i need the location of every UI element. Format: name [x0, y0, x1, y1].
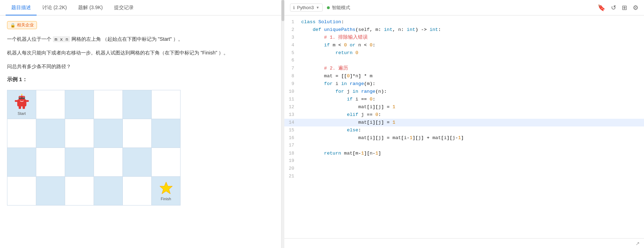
grid-cell-2-2 — [65, 148, 94, 176]
grid-cell-2-4 — [123, 148, 152, 176]
toolbar-right: 🔖 ↺ ⊞ ⚙ — [598, 4, 638, 12]
grid-cell-2-0 — [7, 148, 36, 176]
code-line-3: 3 # 1. 排除输入错误 — [284, 34, 644, 41]
code-line-14: 14 mat[i][j] = 1 — [284, 119, 644, 126]
robot-icon — [13, 93, 31, 111]
grid-cell-0-3 — [94, 90, 123, 119]
svg-rect-10 — [23, 106, 25, 109]
svg-rect-7 — [22, 97, 25, 99]
grid-cell-1-3 — [94, 119, 123, 148]
problem-p3: 问总共有多少条不同的路径？ — [7, 62, 274, 71]
grid-cell-1-4 — [123, 119, 152, 148]
code-line-18: 18 return mat[m-1][n-1] — [284, 150, 644, 157]
company-tag[interactable]: 🔒 相关企业 — [7, 21, 37, 29]
language-label: Python3 — [297, 5, 314, 10]
grid-cell-0-4 — [123, 90, 152, 119]
refresh-icon[interactable]: ↺ — [611, 4, 616, 12]
grid-cell-1-0 — [7, 119, 36, 148]
svg-marker-15 — [160, 182, 172, 194]
code-editor[interactable]: 1 class Solution: 2 def uniquePaths(self… — [284, 15, 644, 238]
grid-illustration: Start — [7, 90, 181, 205]
grid-cell-3-2 — [65, 176, 94, 205]
problem-p2: 机器人每次只能向下或者向右移动一步。机器人试图达到网格的右下角（在下图中标记为 … — [7, 48, 274, 57]
grid-icon[interactable]: ⊞ — [622, 4, 627, 12]
grid-cell-3-4 — [123, 176, 152, 205]
svg-point-14 — [21, 94, 23, 95]
smart-mode-indicator[interactable]: 智能模式 — [327, 5, 350, 11]
problem-p1: 一个机器人位于一个 m x n 网格的左上角 （起始点在下图中标记为 "Star… — [7, 35, 274, 44]
tab-bar: 题目描述 讨论 (2.2K) 题解 (3.9K) 提交记录 — [0, 0, 281, 15]
grid-cell-2-1 — [36, 148, 65, 176]
smart-dot-icon — [327, 6, 330, 9]
svg-rect-6 — [19, 97, 22, 99]
svg-rect-12 — [26, 100, 29, 102]
grid-cell-0-5 — [152, 90, 181, 119]
code-line-21: 21 — [284, 173, 644, 181]
grid-cell-0-2 — [65, 90, 94, 119]
example-title: 示例 1： — [7, 76, 274, 83]
code-line-5: 5 return 0 — [284, 49, 644, 57]
code-line-2: 2 def uniquePaths(self, m: int, n: int) … — [284, 26, 644, 34]
code-line-1: 1 class Solution: — [284, 18, 644, 26]
tab-submissions[interactable]: 提交记录 — [108, 0, 139, 15]
grid-cell-start: Start — [7, 90, 36, 119]
grid-cell-1-1 — [36, 119, 65, 148]
grid-cell-2-5 — [152, 148, 181, 176]
toolbar-left: ℹ Python3 ▼ 智能模式 — [290, 4, 350, 12]
editor-bottom-bar: ↗ — [284, 238, 644, 248]
chevron-down-icon: ▼ — [316, 6, 320, 9]
grid-row-0: Start — [7, 90, 181, 119]
left-panel: 题目描述 讨论 (2.2K) 题解 (3.9K) 提交记录 🔒 相关企业 一个机… — [0, 0, 282, 248]
grid-row-1 — [7, 119, 181, 148]
start-label: Start — [18, 111, 26, 116]
code-line-7: 7 # 2. 遍历 — [284, 65, 644, 72]
scroll-thumb — [282, 0, 284, 21]
tab-discussion[interactable]: 讨论 (2.2K) — [37, 0, 72, 15]
code-line-10: 10 for j in range(n): — [284, 88, 644, 96]
info-icon: ℹ — [293, 5, 295, 10]
smart-mode-label: 智能模式 — [332, 5, 350, 11]
editor-toolbar: ℹ Python3 ▼ 智能模式 🔖 ↺ ⊞ ⚙ — [284, 0, 644, 15]
tag-row: 🔒 相关企业 — [7, 21, 274, 29]
lock-icon: 🔒 — [10, 23, 15, 28]
code-line-19: 19 — [284, 157, 644, 165]
grid-cell-1-2 — [65, 119, 94, 148]
grid-row-3: Finish — [7, 176, 181, 205]
code-line-11: 11 if i == 0: — [284, 96, 644, 103]
grid-cell-1-5 — [152, 119, 181, 148]
grid-cell-3-3 — [94, 176, 123, 205]
code-line-16: 16 mat[i][j] = mat[i-1][j] + mat[i][j-1] — [284, 134, 644, 142]
right-panel: ℹ Python3 ▼ 智能模式 🔖 ↺ ⊞ ⚙ 1 class Solutio… — [284, 0, 644, 248]
code-line-6: 6 — [284, 57, 644, 65]
code-line-12: 12 mat[i][j] = 1 — [284, 103, 644, 111]
code-line-4: 4 if m < 0 or n < 0: — [284, 41, 644, 49]
language-selector[interactable]: ℹ Python3 ▼ — [290, 4, 323, 12]
svg-rect-9 — [19, 106, 21, 109]
star-icon — [158, 181, 174, 196]
grid-table: Start — [7, 90, 181, 205]
inline-code-mxn: m x n — [53, 36, 70, 42]
content-area: 🔒 相关企业 一个机器人位于一个 m x n 网格的左上角 （起始点在下图中标记… — [0, 15, 281, 248]
code-line-20: 20 — [284, 165, 644, 173]
tab-solutions[interactable]: 题解 (3.9K) — [72, 0, 108, 15]
finish-label: Finish — [161, 197, 171, 201]
grid-cell-3-1 — [36, 176, 65, 205]
code-line-15: 15 else: — [284, 126, 644, 134]
tab-description[interactable]: 题目描述 — [6, 0, 37, 15]
code-line-13: 13 elif j == 0: — [284, 111, 644, 119]
expand-icon[interactable]: ↗ — [636, 241, 640, 246]
grid-row-2 — [7, 148, 181, 176]
grid-cell-0-1 — [36, 90, 65, 119]
bookmark-icon[interactable]: 🔖 — [598, 4, 605, 12]
code-line-9: 9 for i in range(m): — [284, 80, 644, 88]
grid-cell-3-0 — [7, 176, 36, 205]
settings-icon[interactable]: ⚙ — [633, 4, 638, 12]
code-line-17: 17 — [284, 142, 644, 150]
code-line-8: 8 mat = [[0]*n] * m — [284, 72, 644, 80]
grid-cell-2-3 — [94, 148, 123, 176]
svg-rect-11 — [15, 100, 18, 102]
left-scrollbar[interactable] — [282, 0, 284, 248]
grid-cell-finish: Finish — [152, 176, 181, 205]
